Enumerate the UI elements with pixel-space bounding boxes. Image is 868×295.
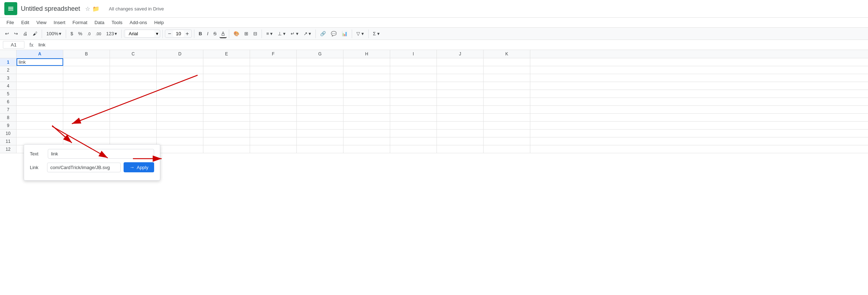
row-header-6[interactable]: 6 <box>0 98 17 105</box>
align-v-button[interactable]: ⊥ ▾ <box>276 30 288 38</box>
row-header-11[interactable]: 11 <box>0 137 17 145</box>
format-num-button[interactable]: 123 ▾ <box>104 30 120 38</box>
col-header-j[interactable]: J <box>437 50 484 58</box>
link-text-input[interactable] <box>48 149 154 159</box>
zoom-label: 100% <box>46 31 58 36</box>
row-header-9[interactable]: 9 <box>0 122 17 129</box>
font-size-input[interactable] <box>173 30 184 37</box>
cell-j1[interactable] <box>437 58 484 66</box>
font-name-input[interactable] <box>126 30 154 37</box>
cell-g1[interactable] <box>297 58 343 66</box>
filter-button[interactable]: ▽ ▾ <box>354 30 366 38</box>
cell-f1[interactable] <box>250 58 297 66</box>
formula-input[interactable] <box>38 42 865 47</box>
menu-data[interactable]: Data <box>91 18 108 27</box>
menu-format[interactable]: Format <box>69 18 91 27</box>
decimal-inc-button[interactable]: .00 <box>93 30 103 37</box>
divider-2 <box>66 30 66 38</box>
column-headers: A B C D E F G H I J K <box>0 50 868 58</box>
col-header-i[interactable]: I <box>390 50 437 58</box>
divider-5 <box>194 30 194 38</box>
row-header-7[interactable]: 7 <box>0 106 17 113</box>
format-num-label: 123 <box>106 31 114 36</box>
divider-10 <box>368 30 369 38</box>
cell-e1[interactable] <box>203 58 250 66</box>
comment-button[interactable]: 💬 <box>329 30 339 38</box>
bold-button[interactable]: B <box>197 30 204 38</box>
row-header-10[interactable]: 10 <box>0 130 17 137</box>
format-paint-button[interactable]: 🖌 <box>31 30 40 38</box>
menu-tools[interactable]: Tools <box>108 18 126 27</box>
functions-button[interactable]: Σ ▾ <box>371 30 382 38</box>
merge-button[interactable]: ⊟ <box>251 30 259 38</box>
zoom-button[interactable]: 100% ▾ <box>44 30 64 38</box>
cell-d1[interactable] <box>157 58 203 66</box>
strikethrough-button[interactable]: S <box>211 30 219 38</box>
print-button[interactable]: 🖨 <box>21 30 30 38</box>
apply-button[interactable]: → Apply <box>124 162 154 172</box>
table-row: 6 <box>0 98 868 106</box>
redo-button[interactable]: ↪ <box>12 30 20 38</box>
cell-k1[interactable] <box>484 58 530 66</box>
svg-rect-2 <box>8 8 13 9</box>
row-header-4[interactable]: 4 <box>0 82 17 90</box>
cell-ref-input[interactable] <box>3 41 24 49</box>
star-icon[interactable]: ☆ <box>85 5 90 12</box>
table-row: 2 <box>0 66 868 74</box>
text-rotate-button[interactable]: ↗ ▾ <box>301 30 314 38</box>
col-header-k[interactable]: K <box>484 50 530 58</box>
col-header-b[interactable]: B <box>63 50 110 58</box>
row-header-1[interactable]: 1 <box>0 58 17 66</box>
divider-9 <box>352 30 352 38</box>
underline-button[interactable]: A <box>220 29 227 38</box>
cell-b1[interactable] <box>63 58 110 66</box>
font-size-dec-button[interactable]: − <box>167 31 172 37</box>
font-size-inc-button[interactable]: + <box>185 31 190 37</box>
row-header-8[interactable]: 8 <box>0 114 17 121</box>
menu-view[interactable]: View <box>33 18 50 27</box>
row-header-3[interactable]: 3 <box>0 74 17 82</box>
menu-file[interactable]: File <box>3 18 18 27</box>
cell-c1[interactable] <box>110 58 157 66</box>
folder-icon[interactable]: 📁 <box>92 5 100 12</box>
italic-button[interactable]: I <box>205 30 211 38</box>
apply-label: Apply <box>137 165 148 170</box>
cell-a1[interactable]: link <box>17 58 63 66</box>
header-spacer <box>0 50 17 58</box>
apply-arrow-icon: → <box>129 164 134 170</box>
percent-button[interactable]: % <box>76 30 84 38</box>
link-button[interactable]: 🔗 <box>318 30 328 38</box>
col-header-d[interactable]: D <box>157 50 203 58</box>
col-header-e[interactable]: E <box>203 50 250 58</box>
menu-help[interactable]: Help <box>151 18 167 27</box>
cell-i1[interactable] <box>390 58 437 66</box>
col-header-c[interactable]: C <box>110 50 157 58</box>
menu-edit[interactable]: Edit <box>18 18 33 27</box>
align-h-button[interactable]: ≡ ▾ <box>264 30 275 38</box>
cell-h1[interactable] <box>343 58 390 66</box>
menu-addons[interactable]: Add-ons <box>126 18 151 27</box>
undo-button[interactable]: ↩ <box>3 30 11 38</box>
table-row: 3 <box>0 74 868 82</box>
col-header-g[interactable]: G <box>297 50 343 58</box>
chart-button[interactable]: 📊 <box>340 30 350 38</box>
currency-button[interactable]: $ <box>68 30 75 38</box>
text-wrap-button[interactable]: ↵ ▾ <box>288 30 301 38</box>
borders-button[interactable]: ⊞ <box>242 30 250 38</box>
row-header-5[interactable]: 5 <box>0 90 17 97</box>
menu-insert[interactable]: Insert <box>50 18 69 27</box>
svg-rect-1 <box>8 7 13 8</box>
col-header-f[interactable]: F <box>250 50 297 58</box>
popup-link-row: Link → Apply <box>30 162 154 172</box>
link-url-input[interactable] <box>47 163 121 172</box>
cell-a2[interactable] <box>17 66 63 74</box>
menu-bar: File Edit View Insert Format Data Tools … <box>0 18 868 27</box>
fill-color-button[interactable]: 🎨 <box>231 30 241 38</box>
col-header-h[interactable]: H <box>343 50 390 58</box>
toolbar: ↩ ↪ 🖨 🖌 100% ▾ $ % .0 .00 123 ▾ ▾ − + B … <box>0 27 868 40</box>
decimal-dec-button[interactable]: .0 <box>85 30 93 37</box>
row-header-2[interactable]: 2 <box>0 66 17 74</box>
link-popup: Text Link → Apply <box>24 144 160 181</box>
row-header-12[interactable]: 12 <box>0 145 17 153</box>
col-header-a[interactable]: A <box>17 50 63 58</box>
